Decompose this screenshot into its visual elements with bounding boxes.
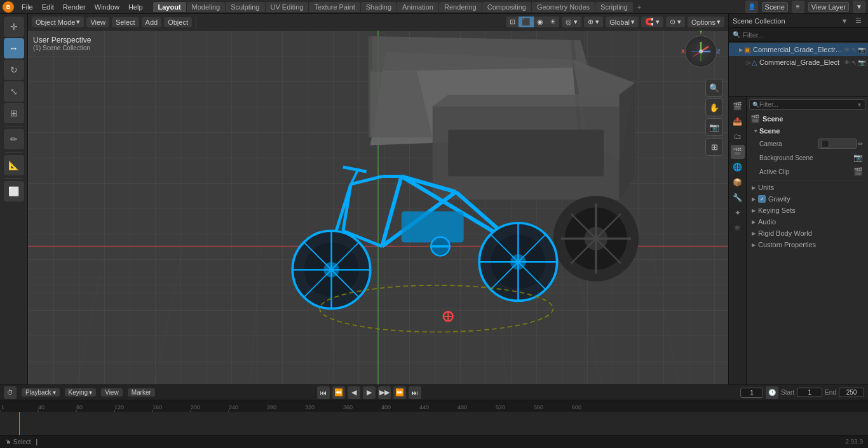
- scene-selector[interactable]: Scene: [762, 2, 788, 12]
- view-menu-tl[interactable]: View: [101, 388, 123, 397]
- playback-menu[interactable]: Playback▾: [22, 388, 60, 397]
- keying-sets-section-header[interactable]: ▶ Keying Sets: [749, 205, 865, 216]
- outliner-arrow-0[interactable]: ▶: [739, 47, 743, 53]
- snap-toggle[interactable]: 🧲 ▾: [641, 17, 663, 27]
- measure-tool[interactable]: 📐: [4, 155, 24, 175]
- gizmo-circle[interactable]: X Y Z: [685, 36, 717, 67]
- props-icon-physics[interactable]: ⚛: [731, 221, 745, 235]
- tab-animation[interactable]: Animation: [397, 2, 438, 12]
- jump-backward-btn[interactable]: ◀: [348, 386, 360, 399]
- props-search-filter-icon[interactable]: ▼: [857, 102, 862, 108]
- options-button[interactable]: Options ▾: [688, 17, 724, 27]
- keying-menu[interactable]: Keying▾: [65, 388, 97, 397]
- tab-shading[interactable]: Shading: [361, 2, 397, 12]
- tab-rendering[interactable]: Rendering: [439, 2, 482, 12]
- tab-texture-paint[interactable]: Texture Paint: [309, 2, 360, 12]
- outliner-menu-icon[interactable]: ☰: [853, 15, 864, 27]
- proportional-edit[interactable]: ⊙ ▾: [666, 17, 685, 27]
- annotate-tool[interactable]: ✏: [4, 129, 24, 149]
- visibility-icon-1[interactable]: 👁: [844, 59, 850, 66]
- props-icon-render[interactable]: 🎬: [731, 99, 745, 113]
- props-icon-output[interactable]: 📤: [731, 114, 745, 128]
- transform-orientation[interactable]: Global ▾: [606, 17, 639, 27]
- tab-sculpting[interactable]: Sculpting: [226, 2, 264, 12]
- filter-icon[interactable]: ▼: [853, 1, 865, 13]
- visibility-icon-0[interactable]: 👁: [844, 46, 850, 53]
- scene-options-icon[interactable]: ≡: [792, 1, 804, 13]
- viewport-3d[interactable]: User Perspective (1) Scene Collection X …: [28, 31, 728, 384]
- frame-clock-icon[interactable]: 🕐: [766, 386, 778, 399]
- user-icon[interactable]: 👤: [745, 1, 758, 13]
- outliner-search-input[interactable]: [743, 31, 864, 39]
- gizmo-toggle[interactable]: ⊕ ▾: [584, 17, 603, 27]
- rendered-mode[interactable]: ☀: [546, 17, 559, 27]
- material-preview-mode[interactable]: ◉: [534, 17, 546, 27]
- props-search[interactable]: 🔍 ▼: [749, 99, 865, 110]
- tab-add-button[interactable]: +: [634, 2, 645, 12]
- move-tool[interactable]: ↔: [4, 38, 24, 58]
- custom-props-section-header[interactable]: ▶ Custom Properties: [749, 239, 865, 250]
- camera-edit-icon[interactable]: ✏: [858, 140, 863, 147]
- tab-geometry-nodes[interactable]: Geometry Nodes: [532, 2, 595, 12]
- add-menu[interactable]: Add: [142, 17, 162, 27]
- background-scene-icon[interactable]: 📷: [853, 153, 863, 162]
- play-btn[interactable]: ▶: [363, 386, 376, 399]
- add-primitive-tool[interactable]: ⬜: [4, 181, 24, 201]
- prev-keyframe-btn[interactable]: ⏪: [332, 386, 345, 399]
- jump-to-end-btn[interactable]: ⏭: [409, 386, 421, 399]
- solid-mode[interactable]: ⬛: [519, 17, 534, 27]
- marker-menu[interactable]: Marker: [128, 388, 155, 397]
- menu-edit[interactable]: Edit: [38, 2, 58, 12]
- gravity-checkbox[interactable]: ✓: [758, 195, 766, 203]
- select-icon-0[interactable]: ↖: [851, 46, 857, 53]
- tab-layout[interactable]: Layout: [153, 2, 186, 12]
- units-section-header[interactable]: ▶ Units: [749, 182, 865, 193]
- props-icon-particles[interactable]: ✦: [731, 206, 745, 220]
- outliner-arrow-1[interactable]: ▷: [747, 60, 750, 65]
- select-menu[interactable]: Select: [112, 17, 139, 27]
- props-search-input[interactable]: [759, 101, 857, 108]
- transform-tool[interactable]: ⊞: [4, 103, 24, 123]
- timeline-content[interactable]: [0, 412, 868, 435]
- outliner-item-1[interactable]: ▷ △ Commercial_Grade_Elect 👁 ↖ 📷: [729, 56, 868, 69]
- rotate-tool[interactable]: ↻: [4, 60, 24, 80]
- timeline-scrubber[interactable]: 1 40 80 120 160 200 240 280 320 360 400 …: [0, 400, 868, 435]
- menu-file[interactable]: File: [18, 2, 37, 12]
- tab-modeling[interactable]: Modeling: [187, 2, 226, 12]
- timeline-playhead[interactable]: [19, 412, 20, 435]
- outliner-item-0[interactable]: ▶ ▣ Commercial_Grade_Electric_T 👁 ↖ 📷: [729, 43, 868, 56]
- jump-to-start-btn[interactable]: ⏮: [317, 386, 330, 399]
- props-icon-world[interactable]: 🌐: [731, 160, 745, 174]
- view-menu[interactable]: View: [86, 17, 109, 27]
- outliner-filter-icon[interactable]: ▼: [839, 15, 850, 27]
- props-icon-scene[interactable]: 🎬: [731, 145, 745, 159]
- start-frame-input[interactable]: 1: [797, 388, 822, 397]
- props-icon-modifier[interactable]: 🔧: [731, 191, 745, 205]
- camera-view-btn[interactable]: 📷: [705, 118, 723, 136]
- navigation-gizmo[interactable]: X Y Z: [685, 36, 723, 74]
- current-frame-display[interactable]: 1: [740, 388, 763, 398]
- scale-tool[interactable]: ⤡: [4, 81, 24, 102]
- menu-window[interactable]: Window: [91, 2, 123, 12]
- tab-uv-editing[interactable]: UV Editing: [266, 2, 309, 12]
- props-icon-view-layer[interactable]: 🗂: [731, 130, 745, 144]
- active-clip-icon[interactable]: 🎬: [853, 167, 863, 176]
- props-icon-object[interactable]: 📦: [731, 175, 745, 189]
- menu-render[interactable]: Render: [59, 2, 90, 12]
- pan-btn[interactable]: ✋: [705, 98, 723, 116]
- select-icon-1[interactable]: ↖: [851, 59, 857, 66]
- render-icon-0[interactable]: 📷: [858, 46, 865, 53]
- audio-section-header[interactable]: ▶ Audio: [749, 216, 865, 227]
- scene-main-header[interactable]: 🎬 Scene: [749, 112, 865, 125]
- zoom-in-btn[interactable]: 🔍: [705, 79, 723, 97]
- next-keyframe-btn[interactable]: ⏩: [393, 386, 406, 399]
- object-menu[interactable]: Object: [164, 17, 192, 27]
- gravity-section-header[interactable]: ▶ ✓ Gravity: [749, 193, 865, 205]
- tab-compositing[interactable]: Compositing: [482, 2, 531, 12]
- view-layer-selector[interactable]: View Layer: [808, 2, 849, 12]
- tab-scripting[interactable]: Scripting: [595, 2, 633, 12]
- object-mode-dropdown[interactable]: Object Mode ▾: [32, 17, 84, 27]
- end-frame-input[interactable]: 250: [839, 388, 864, 397]
- timeline-type-icon[interactable]: ⏱: [4, 386, 17, 399]
- cursor-tool[interactable]: ✛: [4, 17, 24, 37]
